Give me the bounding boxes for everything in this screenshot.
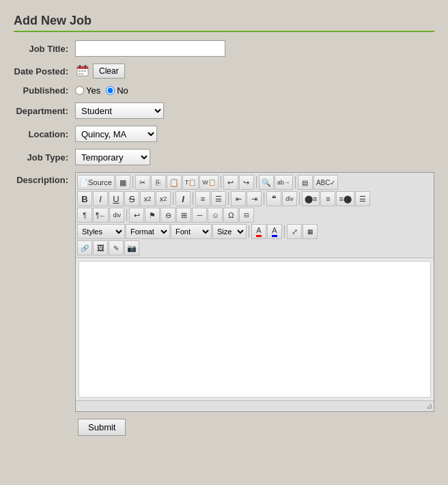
edit-link-button[interactable]: ✎ (109, 240, 124, 255)
find-button[interactable]: 🔍 (259, 175, 274, 190)
cut-button[interactable]: ✂ (135, 175, 150, 190)
toolbar-sep-5 (173, 193, 173, 205)
date-posted-label: Date Posted: (14, 66, 75, 77)
templates-button[interactable]: ▦ (115, 175, 130, 190)
published-no-radio[interactable] (106, 86, 115, 95)
page-break-icon: ⊟ (244, 212, 249, 219)
insert-image-button[interactable]: 📷 (124, 240, 139, 255)
bold-button[interactable]: B (77, 191, 92, 206)
editor-content-area[interactable] (79, 261, 431, 398)
bg-color-button[interactable]: A (267, 224, 282, 239)
circle-button[interactable]: ⊖ (160, 208, 176, 223)
published-no-label[interactable]: No (106, 85, 128, 96)
italic-button[interactable]: I (93, 191, 108, 206)
location-select[interactable]: Quincy, MA Boston, MA New York, NY (75, 126, 157, 142)
clear-date-button[interactable]: Clear (93, 64, 125, 79)
paste-text-button[interactable]: T📋 (182, 175, 199, 190)
paste-text-icon: T📋 (185, 179, 197, 186)
undo2-button[interactable]: ↩ (129, 208, 144, 223)
maximize-button[interactable]: ⤢ (287, 224, 302, 239)
job-title-input[interactable] (75, 40, 225, 57)
underline-button[interactable]: U (109, 191, 124, 206)
align-left-button[interactable]: ⬤≡ (302, 191, 320, 206)
horizontal-rule-button[interactable]: ─ (192, 208, 207, 223)
svg-rect-4 (79, 70, 81, 72)
toolbar-sep-10 (126, 209, 127, 221)
select-all-button[interactable]: ▤ (298, 175, 313, 190)
redo-button[interactable]: ↪ (239, 175, 254, 190)
show-source-button[interactable]: ▦ (303, 224, 318, 239)
spellcheck-icon: ABC✓ (316, 179, 336, 186)
table-button[interactable]: ⊞ (176, 208, 191, 223)
horizontal-rule-icon: ─ (197, 211, 202, 219)
strikethrough-button[interactable]: S (124, 191, 139, 206)
replace-button[interactable]: ab→ (275, 175, 293, 190)
justify-button[interactable]: ☰ (355, 191, 370, 206)
align-right-button[interactable]: ≡⬤ (336, 191, 354, 206)
editor-bottom-bar: ⊿ (76, 400, 434, 411)
published-yes-radio[interactable] (75, 86, 84, 95)
bidirectional-button[interactable]: ¶← (93, 208, 109, 223)
toolbar-sep-12 (284, 225, 285, 238)
spellcheck-button[interactable]: ABC✓ (313, 175, 339, 190)
image-button[interactable]: 🖼 (93, 240, 108, 255)
indent-button[interactable]: ⇥ (247, 191, 262, 206)
div2-button[interactable]: div (109, 208, 124, 223)
outdent-button[interactable]: ⇤ (231, 191, 246, 206)
smiley-icon: ☺ (212, 211, 219, 219)
font-color-icon: A (256, 226, 261, 237)
flag-button[interactable]: ⚑ (145, 208, 160, 223)
undo-button[interactable]: ↩ (223, 175, 238, 190)
size-select[interactable]: Size (212, 224, 247, 239)
edit-link-icon: ✎ (113, 245, 119, 252)
maximize-icon: ⤢ (292, 227, 298, 236)
font-select[interactable]: Font (171, 224, 212, 239)
job-type-select[interactable]: Temporary Full-Time Part-Time Contract (75, 149, 150, 165)
subscript-button[interactable]: x2 (140, 191, 155, 206)
div-button[interactable]: div (282, 191, 297, 206)
special-char-button[interactable]: Ω (223, 208, 238, 223)
format-select[interactable]: Format (126, 224, 170, 239)
toolbar-sep-9 (299, 193, 300, 205)
blockquote-button[interactable]: ❝ (266, 191, 281, 206)
resize-handle[interactable]: ⊿ (426, 402, 432, 411)
show-blocks-button[interactable]: ¶ (77, 208, 92, 223)
ordered-list-icon: ≡ (201, 195, 205, 203)
ordered-list-button[interactable]: ≡ (195, 191, 210, 206)
superscript-button[interactable]: x2 (156, 191, 171, 206)
toolbar-sep-6 (193, 193, 193, 205)
department-select[interactable]: Student HR IT Finance (75, 102, 164, 119)
toolbar-sep-2 (221, 176, 221, 189)
show-source-icon: ▦ (307, 228, 313, 235)
show-blocks-icon: ¶ (83, 212, 86, 219)
svg-rect-8 (81, 73, 83, 74)
image-icon: 🖼 (97, 244, 104, 252)
page-break-button[interactable]: ⊟ (239, 208, 254, 223)
svg-rect-7 (79, 73, 81, 74)
link-button[interactable]: 🔗 (77, 240, 92, 255)
published-yes-label[interactable]: Yes (75, 85, 100, 96)
job-title-label: Job Title: (14, 44, 75, 54)
smiley-button[interactable]: ☺ (208, 208, 223, 223)
paste-word-button[interactable]: W📋 (199, 175, 219, 190)
align-left-icon: ⬤≡ (305, 195, 317, 204)
copy-button[interactable]: ⎘ (151, 175, 166, 190)
source-button[interactable]: 📄 Source (77, 175, 115, 190)
align-center-button[interactable]: ≡ (320, 191, 335, 206)
paste-button[interactable]: 📋 (167, 175, 182, 190)
font-color-button[interactable]: A (251, 224, 266, 239)
svg-rect-6 (84, 70, 86, 72)
toolbar-sep-1 (132, 176, 133, 189)
unordered-list-button[interactable]: ☰ (211, 191, 226, 206)
templates-icon: ▦ (120, 178, 126, 187)
toolbar-sep-7 (228, 193, 229, 205)
redo-icon: ↪ (243, 178, 249, 187)
align-center-icon: ≡ (326, 195, 330, 203)
copy-icon: ⎘ (156, 178, 160, 186)
location-label: Location: (14, 129, 75, 139)
styles-select[interactable]: Styles (77, 224, 125, 239)
cut-icon: ✂ (139, 178, 145, 187)
italic2-button[interactable]: I (176, 191, 191, 206)
no-text: No (117, 85, 128, 96)
submit-button[interactable]: Submit (78, 419, 126, 436)
